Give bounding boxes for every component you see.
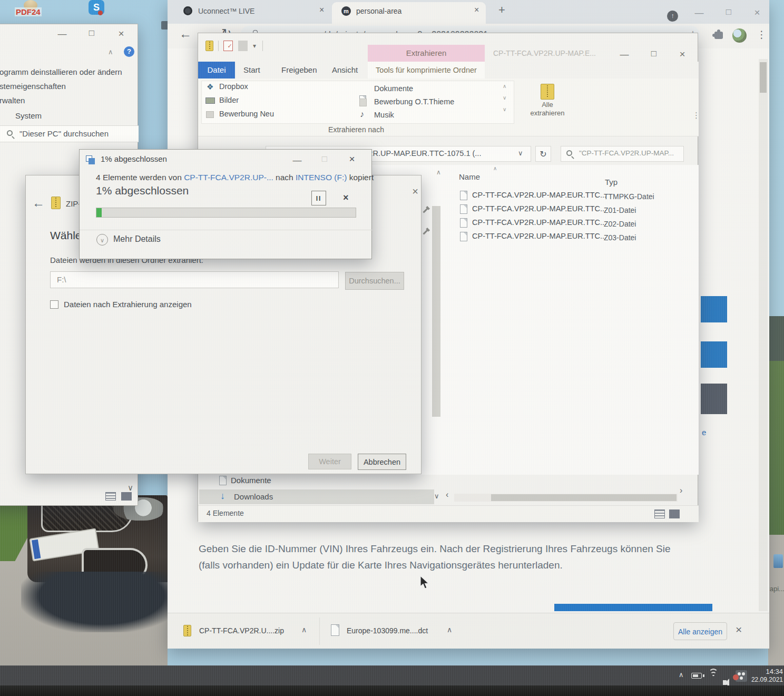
tab-tools[interactable]: Tools für komprimierte Ordner (368, 62, 485, 79)
tab-freigeben[interactable]: Freigeben (281, 65, 317, 74)
close-downloads-icon[interactable]: × (736, 624, 742, 635)
page-button-1[interactable] (701, 296, 727, 322)
page-button-3[interactable] (701, 384, 727, 414)
cancel-copy-icon[interactable]: × (343, 193, 349, 202)
tab-close-icon[interactable]: × (319, 6, 324, 14)
tab-start[interactable]: Start (243, 65, 260, 74)
maximize-icon[interactable]: □ (645, 49, 663, 58)
minimize-icon[interactable]: — (288, 156, 306, 165)
tab-uconnect[interactable]: Uconnect™ LIVE × (176, 3, 328, 24)
next-button[interactable]: Weiter (308, 454, 351, 469)
speaker-icon[interactable] (723, 680, 727, 685)
new-tab-icon[interactable]: + (498, 4, 505, 16)
destination-path-input[interactable]: F:\ (50, 271, 339, 288)
scrollbar-thumb[interactable] (491, 494, 677, 501)
thumbnail-view-icon[interactable] (669, 509, 680, 518)
show-all-button[interactable]: Alle anzeigen (673, 622, 727, 640)
navpane-item-downloads[interactable]: ↓ Downloads (199, 489, 434, 504)
details-view-icon[interactable] (105, 492, 116, 501)
teams-icon[interactable] (736, 670, 747, 682)
minimize-icon[interactable]: — (615, 50, 633, 59)
scroll-down-icon[interactable]: ∨ (128, 484, 133, 492)
download-item-dct[interactable]: Europe-103099.me....dct ∧ (321, 613, 459, 649)
download-file-name[interactable]: CP-TT-FCA.VP2R.U....zip (199, 626, 284, 635)
dest-bewerbung-thieme[interactable]: Bewerbung O.T.Thieme (374, 97, 454, 106)
maximize-icon[interactable]: □ (720, 7, 738, 16)
file-row[interactable]: CP-TT-FCA.VP2R.UP-MAP.EUR.TTC... Z02-Dat… (456, 217, 693, 230)
kebab-menu-icon[interactable]: ⋮ (757, 30, 767, 40)
breadcrumb-dropdown-icon[interactable]: ∨ (518, 150, 523, 156)
tab-personal-area[interactable]: m personal-area × (332, 2, 486, 24)
menu-item-uninstall[interactable]: ogramm deinstallieren oder ändern (0, 67, 122, 76)
pdf24-label[interactable]: PDF24 (15, 7, 42, 16)
menu-item-systemproperties[interactable]: stemeigenschaften (0, 82, 66, 91)
close-icon[interactable]: × (343, 154, 361, 164)
ribbon-more-icon[interactable]: ⋮ (692, 111, 700, 119)
tab-close-icon[interactable]: × (474, 6, 479, 14)
navpane-expand-icon[interactable]: ∨ (434, 493, 439, 499)
show-files-label[interactable]: Dateien nach Extrahierung anzeigen (64, 300, 192, 309)
tray-expand-icon[interactable]: ∧ (679, 671, 684, 678)
help-icon[interactable]: ? (124, 46, 134, 57)
file-row[interactable]: CP-TT-FCA.VP2R.UP-MAP.EUR.TTC... TTMPKG-… (456, 189, 693, 203)
page-button-2[interactable] (701, 341, 727, 368)
download-item-zip[interactable]: CP-TT-FCA.VP2R.U....zip ∧ (174, 613, 317, 649)
details-view-icon[interactable] (654, 509, 665, 518)
more-details-chevron-icon[interactable]: ∨ (96, 234, 108, 246)
menu-item-system[interactable]: System (15, 111, 42, 120)
scrollbar-thumb[interactable] (760, 62, 767, 93)
qat-newfolder-icon[interactable] (238, 41, 248, 51)
minimize-icon[interactable]: — (690, 8, 708, 17)
cancel-button[interactable]: Abbrechen (358, 454, 406, 470)
show-files-checkbox[interactable] (50, 300, 58, 309)
explorer-search-box[interactable]: "CP-TT-FCA.VP2R.UP-MAP... (561, 146, 684, 162)
pause-button[interactable]: II (311, 191, 326, 205)
explorer-search-value[interactable]: "CP-TT-FCA.VP2R.UP-MAP... (579, 149, 680, 157)
profile-avatar[interactable] (732, 28, 747, 43)
download-file-name[interactable]: Europe-103099.me....dct (347, 626, 428, 635)
file-row[interactable]: CP-TT-FCA.VP2R.UP-MAP.EUR.TTC... Z01-Dat… (456, 203, 693, 217)
navpane-scrollbar[interactable] (432, 206, 440, 417)
minimize-icon[interactable]: — (53, 30, 71, 38)
taskbar-clock[interactable]: 14:34 22.09.2021 (748, 667, 783, 685)
dest-musik[interactable]: Musik (374, 111, 394, 119)
qat-properties-icon[interactable]: ?✓ (223, 41, 233, 51)
gallery-more-icon[interactable]: ∨ (503, 107, 506, 112)
more-details-link[interactable]: Mehr Details (113, 234, 161, 244)
gallery-scroll-up-icon[interactable]: ∧ (503, 84, 506, 89)
hscroll-left-icon[interactable]: ‹ (446, 491, 448, 499)
battery-icon[interactable] (691, 673, 702, 679)
search-box[interactable]: "Dieser PC" durchsuchen (0, 125, 139, 142)
column-header-type[interactable]: Typ (605, 178, 618, 187)
chevron-up-icon[interactable]: ∧ (447, 626, 452, 633)
chevron-up-icon[interactable]: ∧ (301, 626, 307, 633)
file-row[interactable]: CP-TT-FCA.VP2R.UP-MAP.EUR.TTC... Z03-Dat… (456, 230, 693, 244)
wifi-icon[interactable] (708, 671, 719, 678)
gallery-scroll-down-icon[interactable]: ∨ (503, 95, 506, 101)
tab-ansicht[interactable]: Ansicht (332, 65, 358, 74)
maximize-icon[interactable]: □ (316, 154, 334, 163)
horizontal-scrollbar[interactable] (454, 494, 678, 502)
maximize-icon[interactable]: □ (83, 28, 101, 37)
thumbnail-view-icon[interactable] (121, 492, 132, 501)
dest-dropbox[interactable]: Dropbox (219, 82, 248, 91)
browse-button[interactable]: Durchsuchen... (345, 272, 404, 290)
column-header-name[interactable]: Name (459, 172, 480, 181)
navpane-collapse-icon[interactable]: ∧ (436, 169, 441, 175)
menu-item-manage[interactable]: rwalten (0, 96, 25, 105)
browser-scrollbar[interactable] (759, 59, 768, 611)
tab-datei[interactable]: Datei (198, 62, 235, 79)
refresh-button[interactable]: ↻ (535, 146, 551, 162)
qat-customize-icon[interactable]: ▾ (253, 43, 256, 49)
close-icon[interactable]: × (673, 49, 691, 59)
ribbon-collapse-icon[interactable]: ∧ (108, 48, 113, 55)
navpane-item-dokumente[interactable]: Dokumente (214, 475, 372, 487)
close-icon[interactable]: × (748, 7, 766, 17)
browser-update-icon[interactable]: ↑ (667, 11, 678, 22)
back-icon[interactable]: ← (179, 27, 192, 40)
extract-all-button[interactable]: Alle extrahieren (525, 82, 570, 125)
close-icon[interactable]: × (112, 28, 130, 38)
close-icon[interactable]: × (406, 186, 424, 197)
hscroll-right-icon[interactable]: › (680, 486, 682, 495)
dest-bilder[interactable]: Bilder (219, 96, 239, 104)
